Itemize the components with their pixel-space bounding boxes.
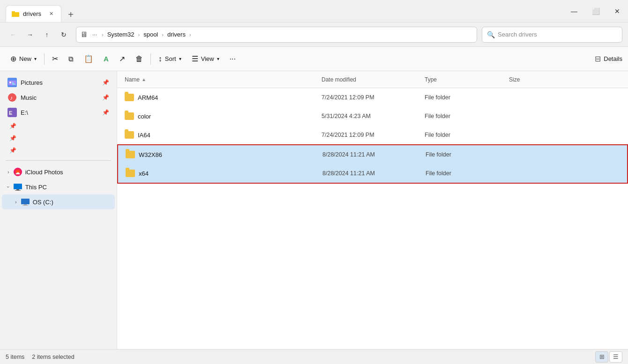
rename-button[interactable]: A [99, 52, 113, 66]
thispc-icon [13, 182, 22, 192]
sidebar-item-osc[interactable]: › OS (C:) [2, 194, 115, 209]
selection-outline-group: W32X86 8/28/2024 11:21 AM File folder x6… [117, 144, 628, 184]
pin-placeholder-icon-2: 📌 [9, 135, 16, 141]
search-box[interactable]: 🔍 Search drivers [482, 27, 622, 43]
sort-chevron-icon: ▾ [179, 56, 181, 61]
toolbar-separator-2 [150, 53, 151, 65]
file-name-color: color [138, 113, 151, 120]
tab-close-button[interactable]: ✕ [47, 10, 55, 18]
file-date-w32x86: 8/28/2024 11:21 AM [322, 151, 426, 158]
sidebar-divider [6, 160, 111, 161]
main-content: Pictures 📌 ♪ Music 📌 E E:\ 📌 📌 📌 📌 [0, 71, 628, 349]
breadcrumb-drivers[interactable]: drivers [165, 30, 187, 39]
refresh-button[interactable]: ↻ [56, 27, 71, 42]
selected-count: 2 items selected [32, 354, 74, 360]
column-type-header[interactable]: Type [425, 76, 509, 83]
svg-rect-14 [15, 190, 21, 191]
file-type-w32x86: File folder [426, 151, 510, 158]
file-type-ia64: File folder [425, 132, 509, 138]
sidebar-item-drive-e[interactable]: E E:\ 📌 [2, 105, 115, 120]
tab-drivers[interactable]: drivers ✕ [6, 5, 61, 22]
svg-rect-13 [16, 189, 19, 190]
close-button[interactable]: ✕ [606, 0, 628, 22]
pictures-icon [7, 78, 17, 87]
sort-arrow-name: ▲ [142, 77, 146, 82]
minimize-button[interactable]: — [563, 0, 585, 22]
tab-title: drivers [23, 10, 41, 17]
column-size-header[interactable]: Size [509, 76, 621, 83]
column-name-header[interactable]: Name ▲ [125, 76, 321, 83]
new-icon: ⊕ [10, 54, 16, 63]
details-section: ⊟ Details [595, 54, 622, 63]
drive-e-label: E:\ [21, 109, 28, 116]
forward-button[interactable]: → [22, 27, 37, 42]
copy-button[interactable]: ⧉ [64, 52, 78, 66]
file-row-x64[interactable]: x64 8/28/2024 11:21 AM File folder [118, 164, 627, 183]
file-date-arm64: 7/24/2021 12:09 PM [321, 94, 425, 101]
svg-text:E: E [9, 110, 12, 116]
details-label: Details [604, 55, 622, 62]
pictures-label: Pictures [21, 79, 43, 86]
icloud-label: iCloud Photos [25, 169, 63, 176]
file-date-x64: 8/28/2024 11:21 AM [322, 170, 426, 177]
view-toggle-buttons: ⊞ ☰ [595, 351, 622, 363]
new-label: New [19, 55, 31, 62]
file-area: Name ▲ Date modified Type Size ARM64 7/2… [117, 71, 628, 349]
sidebar-item-music[interactable]: ♪ Music 📌 [2, 90, 115, 105]
svg-rect-17 [22, 205, 28, 206]
thispc-label: This PC [25, 184, 47, 191]
pin-icon-pictures: 📌 [102, 79, 109, 86]
svg-rect-12 [14, 184, 22, 189]
new-button[interactable]: ⊕ New ▾ [6, 52, 41, 66]
file-row-ia64[interactable]: IA64 7/24/2021 12:09 PM File folder [117, 126, 628, 144]
view-button[interactable]: ☰ View ▾ [187, 52, 224, 66]
more-button[interactable]: ··· [225, 52, 240, 66]
folder-icon-color [125, 112, 134, 120]
delete-button[interactable]: 🗑 [131, 52, 148, 66]
view-label: View [201, 55, 214, 62]
folder-icon-ia64 [125, 131, 134, 139]
file-column-headers: Name ▲ Date modified Type Size [117, 71, 628, 88]
window-controls: — ⬜ ✕ [563, 0, 628, 22]
address-bar[interactable]: 🖥 ··· › System32 › spool › drivers › [76, 27, 477, 43]
share-button[interactable]: ↗ [114, 52, 130, 66]
file-name-x64: x64 [139, 170, 149, 177]
thispc-expand-icon: › [6, 186, 11, 188]
toolbar-separator-1 [44, 53, 45, 65]
sidebar-item-pictures[interactable]: Pictures 📌 [2, 75, 115, 90]
maximize-button[interactable]: ⬜ [585, 0, 606, 22]
file-cell-name-ia64: IA64 [125, 131, 321, 139]
file-row-arm64[interactable]: ARM64 7/24/2021 12:09 PM File folder [117, 88, 628, 107]
grid-view-button[interactable]: ⊞ [595, 351, 608, 363]
file-type-color: File folder [425, 113, 509, 119]
file-name-arm64: ARM64 [138, 94, 158, 101]
cut-button[interactable]: ✂ [47, 52, 63, 66]
sidebar-item-thispc[interactable]: › This PC [2, 179, 115, 194]
sidebar-item-icloud[interactable]: › ☁ iCloud Photos [2, 164, 115, 179]
osc-icon [21, 197, 30, 207]
file-list: ARM64 7/24/2021 12:09 PM File folder col… [117, 88, 628, 349]
file-row-color[interactable]: color 5/31/2024 4:23 AM File folder [117, 107, 628, 126]
file-row-w32x86[interactable]: W32X86 8/28/2024 11:21 AM File folder [118, 145, 627, 164]
sort-button[interactable]: ↕ Sort ▾ [154, 52, 186, 66]
file-cell-name-arm64: ARM64 [125, 94, 321, 101]
list-view-button[interactable]: ☰ [609, 351, 622, 363]
paste-button[interactable]: 📋 [79, 52, 98, 66]
search-icon: 🔍 [487, 31, 495, 38]
search-placeholder: Search drivers [498, 31, 537, 38]
status-bar: 5 items 2 items selected ⊞ ☰ [0, 349, 628, 364]
breadcrumb-arrow-1: › [102, 32, 104, 37]
breadcrumb-system32[interactable]: System32 [105, 30, 136, 39]
back-button[interactable]: ← [6, 27, 21, 42]
folder-icon-x64 [126, 170, 135, 177]
file-cell-name-w32x86: W32X86 [126, 151, 322, 158]
column-date-header[interactable]: Date modified [321, 76, 425, 83]
toolbar: ⊕ New ▾ ✂ ⧉ 📋 A ↗ 🗑 ↕ Sort ▾ ☰ View ▾ ··… [0, 47, 628, 71]
new-tab-button[interactable]: + [63, 7, 78, 22]
details-view-icon: ⊟ [595, 54, 601, 63]
file-cell-name-x64: x64 [126, 170, 322, 177]
breadcrumb-spool[interactable]: spool [142, 30, 160, 39]
breadcrumb-expand[interactable]: ··· [90, 30, 99, 39]
folder-icon-w32x86 [126, 151, 135, 158]
up-button[interactable]: ↑ [39, 27, 54, 42]
